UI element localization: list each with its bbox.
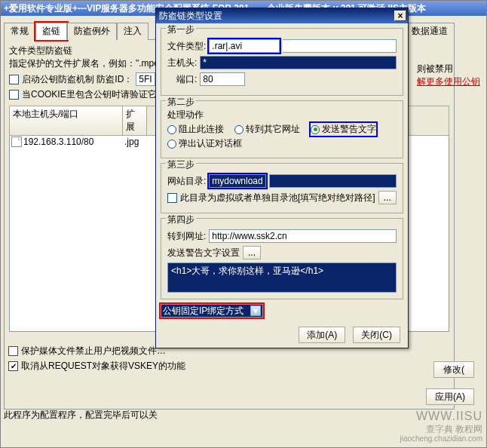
warntext-browse-button[interactable]: ... [243,246,261,259]
row-ext: .jpg [124,137,139,147]
list-hdr-ext[interactable]: 扩展 [123,106,147,135]
step4-label: 第四步 [166,213,196,226]
list-hdr-host[interactable]: 本地主机头/端口 [10,106,123,135]
radio-icon [167,140,176,149]
warn-html-memo[interactable]: <h1>大哥，求你别这样，亚马逊</h1> [167,262,397,293]
checkbox-icon: ✔ [8,361,18,371]
chk-cookie-label: 当COOKIE里包含公钥时请验证它 [22,88,157,101]
radio-icon [311,125,320,134]
port-input[interactable] [200,72,245,86]
host-input[interactable]: * [200,56,397,69]
checkbox-icon [9,75,19,84]
row-host: 192.168.3.110/80 [23,137,93,147]
radio-icon [167,125,176,134]
webdir-input[interactable]: mydownload [209,174,265,188]
tab-inject[interactable]: 注入 [117,23,149,40]
file-icon [11,137,22,147]
radio-warn[interactable]: 发送警告文字 [311,123,376,136]
step3-group: 第三步 网站目录: mydownload 此目录为虚拟或者单独目录池[填写绝对绝… [161,163,403,213]
chk-vskey-label: 取消从REQUEST对象获得VSKEY的功能 [21,360,185,373]
close-button[interactable]: 关闭(C) [353,327,400,343]
radio-redirect[interactable]: 转到其它网址 [234,123,300,136]
chevron-down-icon: ▾ [250,305,261,316]
pubkey-id-input[interactable] [136,72,155,86]
filetype-extend[interactable] [283,39,397,53]
watermark: WWW.IISU 查字典 教程网 jiaocheng.chazidian.com [400,409,482,443]
webdir-extend[interactable] [269,174,397,188]
tab-exceptions[interactable]: 防盗例外 [67,23,117,40]
dialog-title: 防盗链类型设置 [159,10,222,23]
modify-button[interactable]: 修改( [433,361,474,378]
lbl-redirect: 转到网址: [167,230,206,243]
close-icon[interactable]: × [394,11,406,21]
tab-general[interactable]: 常规 [4,23,35,40]
right-banned: 则被禁用 [417,63,482,75]
checkbox-icon [167,193,177,203]
chk-media-label: 保护媒体文件禁止用户把视频文件… [21,345,166,357]
right-link[interactable]: 解更多使用公钥 [417,75,482,88]
bind-mode-dropdown[interactable]: 公钥固定IP绑定方式 ▾ [161,304,263,318]
lbl-action: 处理动作 [167,109,397,121]
step4-group: 第四步 转到网址: 发送警告文字设置 ... <h1>大哥，求你别这样，亚马逊<… [161,218,403,299]
hotlink-dialog: 防盗链类型设置 × 第一步 文件类型: 主机头: * 端口: 第二步 处理动作 … [155,8,409,348]
filetype-input[interactable] [209,39,280,53]
tab-data[interactable]: 数据通道 [405,23,455,40]
lbl-host: 主机头: [167,57,197,69]
lbl-warntext: 发送警告文字设置 [167,247,240,259]
radio-block[interactable]: 阻止此连接 [167,123,224,136]
step1-group: 第一步 文件类型: 主机头: * 端口: [161,28,403,96]
radio-icon [234,125,244,134]
apply-button[interactable]: 应用(A) [426,388,474,405]
redirect-input[interactable] [209,229,397,243]
step3-label: 第三步 [166,158,196,171]
right-column: 则被禁用 解更多使用公钥 [417,52,482,88]
checkbox-icon [8,346,18,356]
add-button[interactable]: 添加(A) [299,327,345,343]
step1-label: 第一步 [166,23,196,36]
chk-virtual-label: 此目录为虚拟或者单独目录池[填写绝对绝对路径] [180,192,375,204]
lbl-webdir: 网站目录: [167,175,206,188]
lbl-filetype: 文件类型: [167,40,206,53]
dialog-titlebar[interactable]: 防盗链类型设置 × [156,8,408,23]
chk-pubkey-label: 启动公钥防盗机制 防盗ID： [22,73,133,86]
chk-vskey[interactable]: ✔ 取消从REQUEST对象获得VSKEY的功能 [8,360,189,373]
dropdown-label: 公钥固定IP绑定方式 [163,305,244,318]
radio-popup[interactable]: 弹出认证对话框 [167,137,242,150]
step2-group: 第二步 处理动作 阻止此连接 转到其它网址 发送警告文字 弹出认证对话框 [161,100,403,158]
footer-text: 此程序为配置程序，配置完毕后可以关 [4,409,158,422]
checkbox-icon [9,90,19,100]
step2-label: 第二步 [166,96,196,109]
tab-hotlink[interactable]: 盗链 [35,23,67,40]
browse-button[interactable]: ... [378,191,397,204]
chk-virtual[interactable]: 此目录为虚拟或者单独目录池[填写绝对绝对路径] ... [167,191,397,204]
lbl-port: 端口: [176,73,197,86]
